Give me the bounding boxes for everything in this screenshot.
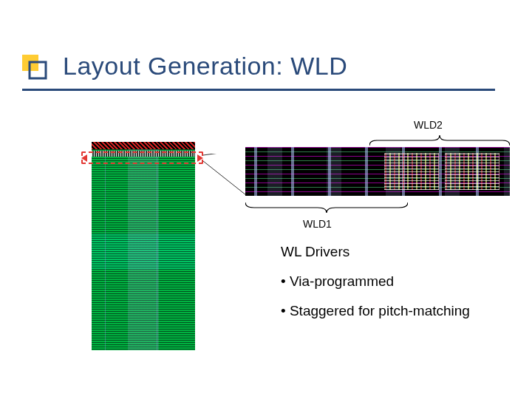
slide-title: Layout Generation: WLD: [63, 52, 347, 81]
callout-lines: [203, 154, 248, 198]
bullet-text: Via-programmed: [290, 273, 394, 289]
title-bullet-icon: [22, 55, 48, 81]
title-underline: [22, 89, 495, 91]
highlight-box: [81, 151, 203, 164]
label-wld1: WLD1: [303, 218, 332, 230]
layout-overview-image: [92, 142, 195, 350]
layout-detail-image: [245, 147, 510, 196]
bullet-item: • Staggered for pitch-matching: [281, 303, 470, 319]
brace-wld2-icon: [369, 135, 510, 146]
bullet-item: • Via-programmed: [281, 273, 394, 290]
svg-line-3: [203, 161, 246, 195]
brace-wld1-icon: [245, 202, 408, 214]
content-subtitle: WL Drivers: [281, 244, 349, 260]
bullet-text: Staggered for pitch-matching: [290, 303, 470, 318]
svg-line-2: [203, 154, 246, 155]
label-wld2: WLD2: [414, 119, 443, 131]
